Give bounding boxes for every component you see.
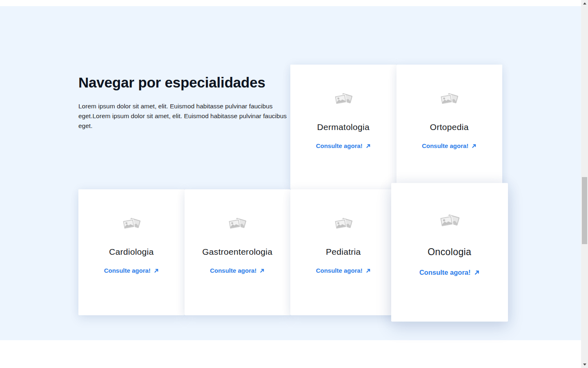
specialty-title: Pediatria <box>326 246 361 258</box>
specialty-title: Cardiologia <box>109 246 154 258</box>
consult-now-link[interactable]: Consulte agora! <box>422 141 477 150</box>
image-placeholder-icon <box>122 217 141 233</box>
specialty-card-ortopedia[interactable]: Ortopedia Consulte agora! <box>396 65 503 189</box>
consult-now-link[interactable]: Consulte agora! <box>104 266 159 275</box>
consult-now-label: Consulte agora! <box>422 141 468 150</box>
consult-now-link[interactable]: Consulte agora! <box>210 266 265 275</box>
specialty-card-oncologia[interactable]: Oncologia Consulte agora! <box>391 183 508 322</box>
consult-now-link[interactable]: Consulte agora! <box>419 267 479 277</box>
scrollbar-thumb[interactable] <box>582 177 587 244</box>
image-placeholder-icon <box>439 213 460 231</box>
specialty-title: Gastroenterologia <box>202 246 272 258</box>
consult-now-link[interactable]: Consulte agora! <box>316 141 371 150</box>
specialty-card-dermatologia[interactable]: Dermatologia Consulte agora! <box>290 65 396 189</box>
image-placeholder-icon <box>228 217 247 233</box>
section-description: Lorem ipsum dolor sit amet, elit. Euismo… <box>78 101 291 131</box>
arrow-up-right-icon <box>154 268 159 274</box>
arrow-up-right-icon <box>365 268 371 274</box>
arrow-up-right-icon <box>365 144 371 149</box>
consult-now-link[interactable]: Consulte agora! <box>316 266 371 275</box>
arrow-up-right-icon <box>474 269 479 275</box>
specialty-title: Ortopedia <box>430 121 469 133</box>
scroll-down-button[interactable] <box>581 361 588 368</box>
specialties-section: Navegar por especialidades Lorem ipsum d… <box>0 6 581 340</box>
vertical-scrollbar[interactable] <box>581 0 588 368</box>
consult-now-label: Consulte agora! <box>316 266 363 275</box>
image-placeholder-icon <box>334 217 353 233</box>
specialty-title: Oncologia <box>428 245 471 258</box>
scroll-up-button[interactable] <box>581 0 588 7</box>
scroll-up-arrow-icon <box>583 2 586 4</box>
section-title: Navegar por especialidades <box>78 74 291 92</box>
arrow-up-right-icon <box>471 144 477 149</box>
specialty-card-gastroenterologia[interactable]: Gastroenterologia Consulte agora! <box>185 189 291 315</box>
arrow-up-right-icon <box>259 268 265 274</box>
scroll-down-arrow-icon <box>583 364 586 366</box>
consult-now-label: Consulte agora! <box>419 267 470 277</box>
section-intro: Navegar por especialidades Lorem ipsum d… <box>78 74 291 131</box>
specialties-grid: Navegar por especialidades Lorem ipsum d… <box>78 65 502 322</box>
image-placeholder-icon <box>440 92 459 108</box>
specialty-card-pediatria[interactable]: Pediatria Consulte agora! <box>290 189 396 315</box>
page: Navegar por especialidades Lorem ipsum d… <box>0 0 588 368</box>
specialty-title: Dermatologia <box>317 121 370 133</box>
consult-now-label: Consulte agora! <box>316 141 363 150</box>
consult-now-label: Consulte agora! <box>104 266 151 275</box>
specialty-card-cardiologia[interactable]: Cardiologia Consulte agora! <box>78 189 185 315</box>
image-placeholder-icon <box>334 92 353 108</box>
consult-now-label: Consulte agora! <box>210 266 256 275</box>
